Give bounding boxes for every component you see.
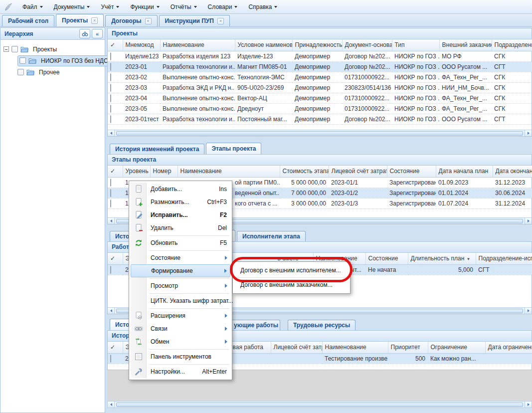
scroll-left-icon[interactable] — [108, 218, 115, 224]
column-header[interactable]: Стоимость этапа — [280, 166, 329, 177]
tab-contracts[interactable]: Договоры× — [105, 15, 157, 26]
tree-node-projects[interactable]: Проекты — [0, 43, 105, 55]
select-all-header[interactable]: ✓ — [108, 166, 123, 177]
table-row[interactable]: 2023-04Выполнение опытно-конс...Вектор-А… — [108, 93, 532, 103]
column-header[interactable]: Уровень — [123, 166, 150, 177]
select-all-header[interactable]: ✓ — [108, 39, 123, 51]
column-header-sorted[interactable]: Длительность план▼ — [408, 253, 476, 264]
column-header[interactable]: Дата начала план — [436, 166, 493, 177]
column-header[interactable]: Документ-основан — [342, 39, 392, 51]
tree-checkbox[interactable] — [11, 46, 18, 52]
close-icon[interactable]: × — [91, 17, 98, 24]
column-header[interactable]: Номер — [150, 166, 177, 177]
column-header[interactable]: Условное наименова — [235, 39, 292, 51]
scroll-right-icon[interactable] — [525, 218, 532, 224]
close-icon[interactable]: × — [217, 18, 224, 24]
collapse-node-icon[interactable] — [3, 46, 9, 52]
menu-item-duplicate[interactable]: Размножить...Ctrl+F3 — [131, 196, 230, 208]
row-checkbox[interactable] — [110, 179, 111, 187]
scroll-right-icon[interactable] — [525, 130, 532, 136]
table-row[interactable]: 2023-02Выполнение опытно-конс...Технолог… — [108, 72, 532, 82]
menu-item-links[interactable]: Связи — [131, 322, 230, 335]
scrollbar-thumb[interactable] — [116, 403, 523, 407]
column-header[interactable]: Внешний заказчик — [439, 39, 492, 51]
row-checkbox[interactable] — [110, 189, 111, 197]
tree-checkbox[interactable] — [19, 57, 26, 64]
menu-item-refresh[interactable]: ОбновитьF5 — [131, 236, 230, 249]
tab-labor-resources[interactable]: Трудовые ресурсы — [288, 320, 355, 330]
column-header[interactable]: Принадлежность — [292, 39, 342, 51]
column-header[interactable]: Дата ограничени — [485, 342, 532, 353]
menu-item-add[interactable]: Добавить...Ins — [131, 183, 230, 196]
column-header[interactable]: Наименование — [322, 342, 388, 353]
menu-item-contract-external-customer[interactable]: Договор с внешним заказчиком... — [234, 278, 349, 292]
row-checkbox[interactable] — [110, 84, 111, 92]
column-header[interactable]: Состояние — [387, 166, 436, 177]
menu-documents[interactable]: Документы — [48, 0, 96, 14]
row-checkbox[interactable] — [110, 266, 111, 274]
tree-checkbox[interactable] — [17, 69, 24, 75]
scroll-left-icon[interactable] — [108, 402, 115, 408]
column-header[interactable]: Дата окончани — [493, 166, 532, 177]
row-checkbox[interactable] — [110, 94, 111, 102]
select-all-header[interactable]: ✓ — [108, 253, 123, 264]
menu-dictionaries[interactable]: Словари — [202, 0, 243, 14]
scroll-right-icon[interactable] — [525, 308, 532, 314]
select-all-header[interactable]: ✓ — [108, 342, 123, 353]
menu-file[interactable]: Файл — [17, 0, 48, 14]
menu-item-toolbar-toggle[interactable]: Панель инструментов — [131, 350, 230, 363]
column-header[interactable]: Ограничение — [428, 342, 485, 353]
row-checkbox[interactable] — [110, 355, 111, 363]
scroll-right-icon[interactable] — [525, 402, 532, 408]
column-header[interactable]: Тип — [392, 39, 439, 51]
tree-node-other[interactable]: Прочее — [0, 66, 105, 78]
table-row[interactable]: 2023-01тестРазработка технологии и...Пос… — [108, 114, 532, 124]
column-header[interactable]: Подразделение — [492, 39, 532, 51]
scroll-left-icon[interactable] — [108, 308, 115, 314]
table-row-selected[interactable]: 2023-01Разработка технологии и...Магнит … — [108, 61, 532, 72]
row-checkbox[interactable] — [110, 200, 111, 207]
menu-item-edit[interactable]: Исправить...F2 — [131, 208, 230, 221]
menu-item-exchange[interactable]: Обмен — [131, 335, 230, 348]
menu-accounting[interactable]: Учёт — [95, 0, 125, 14]
table-row[interactable]: 2023-05Выполнение опытно-конс...Дредноут… — [108, 103, 532, 114]
menu-item-state[interactable]: Состояние — [131, 251, 230, 264]
tab-desktop[interactable]: Рабочий стол — [2, 15, 54, 26]
tab-project-stages[interactable]: Этапы проекта — [206, 143, 261, 154]
collapse-panel-button[interactable]: « — [92, 29, 103, 38]
tab-instructions-pup[interactable]: Инструкции ПУП× — [159, 15, 230, 26]
menu-item-extensions[interactable]: Расширения — [131, 309, 230, 322]
tab-project-history[interactable]: История изменений проекта — [110, 144, 204, 154]
column-header[interactable]: Наименование — [160, 39, 235, 51]
menu-functions[interactable]: Функции — [125, 0, 165, 14]
row-checkbox[interactable] — [110, 63, 111, 71]
column-header[interactable]: вая работа — [230, 342, 271, 353]
row-checkbox[interactable] — [110, 105, 111, 113]
scrollbar-thumb[interactable] — [116, 131, 523, 136]
tree-node-niokr[interactable]: НИОКР по ГОЗ без НДС — [0, 55, 105, 66]
menu-item-formation[interactable]: Формирование — [131, 264, 230, 277]
menu-help[interactable]: Справка — [243, 0, 283, 14]
table-row[interactable]: 2023-03Разработка ЭКД и РКД н...905-U020… — [108, 82, 532, 93]
menu-item-view[interactable]: Просмотр — [131, 279, 230, 292]
search-binoculars-button[interactable] — [79, 29, 90, 38]
horizontal-scrollbar[interactable] — [108, 130, 532, 136]
menu-reports[interactable]: Отчёты — [165, 0, 202, 14]
menu-item-citk-cost-code[interactable]: ЦИТК. Указать шифр затрат... — [131, 294, 230, 307]
column-header[interactable]: Наименование — [177, 166, 280, 177]
menu-item-settings[interactable]: Настройки...Alt+Enter — [131, 365, 230, 378]
column-header[interactable]: Подразделение-испо — [476, 253, 532, 264]
tab-stage-executors[interactable]: Исполнители этапа — [237, 231, 306, 241]
row-checkbox[interactable] — [110, 52, 111, 60]
column-header[interactable]: Приоритет — [388, 342, 428, 353]
close-icon[interactable]: × — [145, 18, 152, 24]
scroll-left-icon[interactable] — [108, 130, 115, 136]
row-checkbox[interactable] — [110, 115, 111, 123]
menu-item-contract-external-executor[interactable]: Договор с внешним исполнителем... — [234, 263, 349, 277]
table-row[interactable]: Изделие123Разработка изделия 123Изделие-… — [108, 51, 532, 61]
column-header[interactable]: Мнемокод — [123, 39, 160, 51]
menu-item-delete[interactable]: УдалитьDel — [131, 221, 230, 234]
column-header[interactable]: Лицевой счёт затрат. — [329, 166, 387, 177]
column-header[interactable]: Состояние — [365, 253, 408, 264]
column-header[interactable]: Лицевой счёт затр — [271, 342, 322, 353]
